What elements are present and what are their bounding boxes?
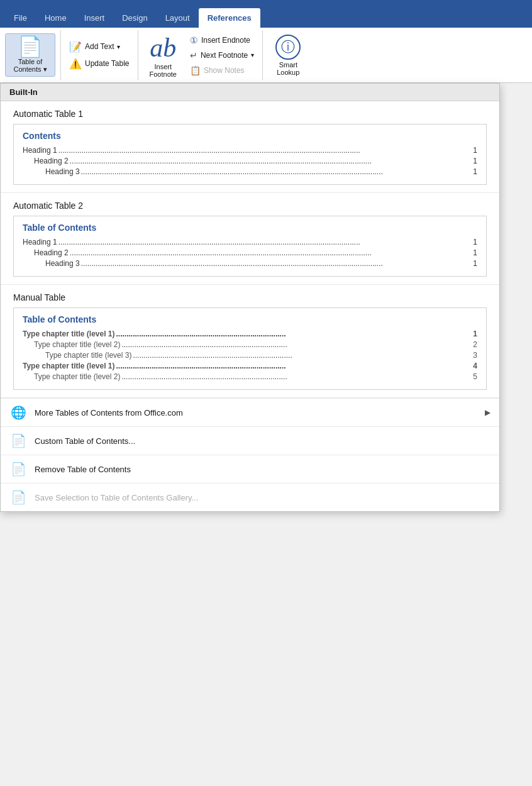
next-footnote-button[interactable]: ↵ Next Footnote ▾ [187,49,257,62]
insert-endnote-label: Insert Endnote [201,36,250,45]
remove-toc-item[interactable]: 📄 Remove Table of Contents [1,455,499,483]
auto1-entry-3: Heading 3 ..............................… [45,167,477,176]
toc-tools-group: 📝 Add Text ▾ ⚠️ Update Table [61,30,138,80]
manual-entry-2: Type chapter title (level 2) ...........… [34,340,477,349]
update-table-label: Update Table [85,59,130,68]
ribbon-tabs-bar: File Home Insert Design Layout Reference… [0,0,532,28]
manual-table-title: Manual Table [13,292,487,302]
insert-footnote-label: InsertFootnote [150,63,177,78]
add-text-icon: 📝 [69,41,82,53]
tab-bar: File Home Insert Design Layout Reference… [0,0,532,28]
manual-table-preview: Table of Contents Type chapter title (le… [13,307,487,390]
next-footnote-label: Next Footnote [201,51,248,60]
auto-table-1-title: Automatic Table 1 [13,109,487,119]
auto-table-1-preview: Contents Heading 1 .....................… [13,124,487,185]
manual-entry-5: Type chapter title (level 2) ...........… [34,372,477,381]
ribbon-content: 📄 Table ofContents ▾ 📝 Add Text ▾ ⚠️ Upd… [0,28,532,83]
save-toc-label: Save Selection to Table of Contents Gall… [35,493,198,502]
manual-entry-4: Type chapter title (level 1) ...........… [23,362,477,370]
save-toc-icon: 📄 [9,490,27,505]
built-in-header: Built-In [1,84,499,101]
custom-toc-icon: 📄 [9,433,27,448]
manual-table-heading: Table of Contents [23,314,477,324]
auto2-entry-2: Heading 2 ..............................… [34,248,477,257]
auto2-entry-3: Heading 3 ..............................… [45,259,477,268]
auto1-entry-1: Heading 1 ..............................… [23,146,477,155]
show-notes-label: Show Notes [204,66,245,75]
custom-toc-label: Custom Table of Contents... [35,436,135,446]
auto-table-2-heading: Table of Contents [23,223,477,233]
smart-lookup-button[interactable]: ⓘ SmartLookup [268,35,308,76]
next-footnote-dropdown-icon: ▾ [251,52,254,58]
auto-table-2-preview: Table of Contents Heading 1 ............… [13,216,487,277]
save-toc-item[interactable]: 📄 Save Selection to Table of Contents Ga… [1,483,499,511]
update-table-icon: ⚠️ [69,58,82,70]
footnote-tools: ① Insert Endnote ↵ Next Footnote ▾ 📋 Sho… [187,34,257,77]
more-toc-item[interactable]: 🌐 More Tables of Contents from Office.co… [1,398,499,426]
remove-toc-icon: 📄 [9,462,27,477]
insert-footnote-icon: ab [150,33,176,63]
show-notes-icon: 📋 [190,65,201,75]
tab-design[interactable]: Design [113,8,156,28]
remove-toc-label: Remove Table of Contents [35,465,131,474]
more-toc-arrow: ▶ [485,408,490,417]
add-text-label: Add Text [85,42,114,51]
custom-toc-item[interactable]: 📄 Custom Table of Contents... [1,426,499,455]
table-of-contents-button[interactable]: 📄 Table ofContents ▾ [5,33,55,77]
toc-icon: 📄 [18,36,43,57]
more-toc-label: More Tables of Contents from Office.com [35,408,183,418]
tab-file[interactable]: File [5,8,36,28]
auto1-entry-2: Heading 2 ..............................… [34,157,477,165]
manual-table-option[interactable]: Manual Table Table of Contents Type chap… [1,285,499,398]
next-footnote-icon: ↵ [190,50,197,60]
insert-footnote-button[interactable]: ab InsertFootnote [143,33,183,78]
toc-tools-buttons: 📝 Add Text ▾ ⚠️ Update Table [66,40,133,71]
insert-endnote-button[interactable]: ① Insert Endnote [187,34,257,47]
auto-table-2-title: Automatic Table 2 [13,201,487,211]
auto-table-1-heading: Contents [23,131,477,141]
footnote-group: ab InsertFootnote ① Insert Endnote ↵ Nex… [138,30,263,80]
manual-entry-3: Type chapter title (level 3) ...........… [45,351,477,360]
insert-endnote-icon: ① [190,35,198,45]
toc-dropdown: Built-In Automatic Table 1 Contents Head… [0,83,500,512]
auto-table-2-option[interactable]: Automatic Table 2 Table of Contents Head… [1,193,499,285]
auto-table-1-option[interactable]: Automatic Table 1 Contents Heading 1 ...… [1,101,499,193]
smart-lookup-icon: ⓘ [275,35,301,60]
more-toc-icon: 🌐 [9,405,27,420]
tab-references[interactable]: References [199,8,260,28]
smart-lookup-group: ⓘ SmartLookup [263,30,313,80]
tab-insert[interactable]: Insert [75,8,114,28]
toc-group: 📄 Table ofContents ▾ [0,30,61,80]
manual-entry-1: Type chapter title (level 1) ...........… [23,329,477,338]
auto2-entry-1: Heading 1 ..............................… [23,238,477,246]
smart-lookup-label: SmartLookup [277,61,299,76]
add-text-dropdown-icon: ▾ [117,43,120,50]
tab-home[interactable]: Home [36,8,75,28]
tab-layout[interactable]: Layout [157,8,199,28]
toc-button-label: Table ofContents ▾ [13,58,47,74]
add-text-button[interactable]: 📝 Add Text ▾ [66,40,133,54]
update-table-button[interactable]: ⚠️ Update Table [66,57,133,71]
show-notes-button[interactable]: 📋 Show Notes [187,64,257,77]
